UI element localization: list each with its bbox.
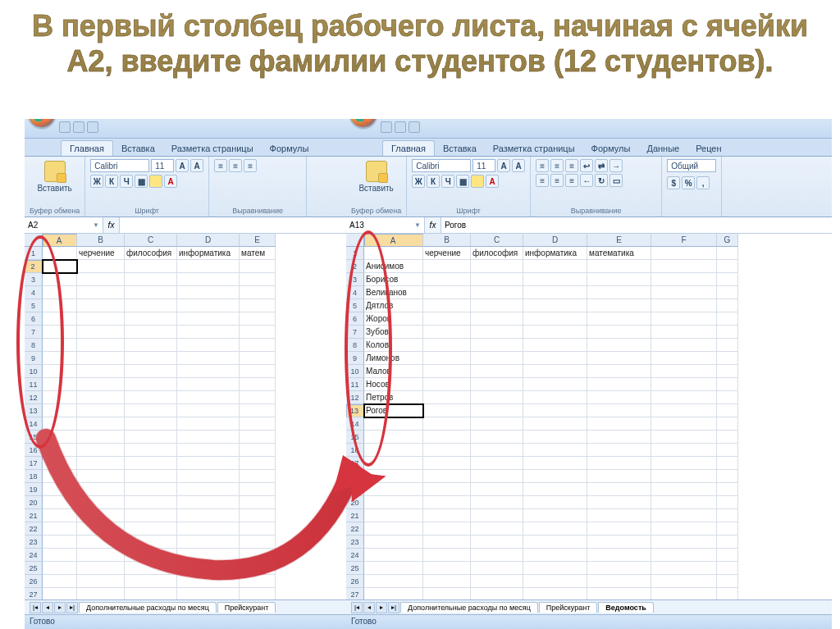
row-header[interactable]: 19 [346,483,364,496]
cell[interactable] [523,286,587,299]
orient-icon[interactable]: ↻ [595,174,608,187]
cell[interactable]: Анисимов [364,260,423,273]
cell[interactable] [125,312,177,326]
cell[interactable]: информатика [177,247,240,260]
cell[interactable] [77,378,125,391]
cell[interactable] [587,496,651,509]
cell[interactable] [717,549,738,562]
cell[interactable] [43,536,77,549]
cell[interactable] [717,575,738,588]
cell[interactable] [471,417,523,431]
cell[interactable] [471,339,523,352]
cell[interactable] [364,431,423,444]
cell[interactable] [651,273,717,286]
cell[interactable] [125,365,177,378]
underline-icon[interactable]: Ч [120,175,133,188]
align-icon[interactable]: ≡ [536,174,549,187]
name-box[interactable]: A2▼ [25,217,103,233]
cell[interactable] [587,391,651,404]
cell[interactable] [523,312,587,326]
cell[interactable] [423,536,471,549]
border-icon[interactable]: ▦ [135,175,148,188]
cell[interactable] [43,339,77,352]
cell[interactable] [717,339,738,352]
cell[interactable] [43,431,77,444]
cell[interactable] [77,457,125,470]
tab-review[interactable]: Рецен [687,141,729,156]
cell[interactable] [77,286,125,299]
cell[interactable] [471,588,523,599]
cell[interactable] [177,260,240,273]
cell[interactable] [717,247,738,260]
cell[interactable] [423,352,471,365]
cell[interactable] [471,509,523,522]
tab-last-icon[interactable]: ▸| [66,602,78,613]
cell[interactable] [423,483,471,496]
quick-access-toolbar[interactable] [59,121,98,133]
column-header[interactable]: B [423,234,471,247]
cell[interactable] [651,404,717,417]
font-color-icon[interactable]: A [486,175,499,188]
cell[interactable] [240,404,276,417]
row-header[interactable]: 21 [25,509,43,522]
cell[interactable] [77,404,125,417]
cell[interactable] [43,326,77,339]
cell[interactable] [240,496,276,509]
italic-icon[interactable]: К [427,175,440,188]
cell[interactable] [717,536,738,549]
align-icon[interactable]: ≡ [536,159,549,172]
cell[interactable] [125,352,177,365]
cell[interactable] [364,444,423,457]
cell[interactable] [423,588,471,599]
cell[interactable] [240,365,276,378]
cell[interactable] [125,470,177,483]
column-header[interactable]: G [717,234,738,247]
row-header[interactable]: 12 [346,391,364,404]
cell[interactable] [177,483,240,496]
cell[interactable] [587,444,651,457]
cell[interactable] [177,365,240,378]
cell[interactable] [423,273,471,286]
cell[interactable]: Зубов [364,326,423,339]
cell[interactable] [587,470,651,483]
indent-icon[interactable]: → [609,159,623,172]
cell[interactable]: Дятлов [364,299,423,312]
cell[interactable] [471,536,523,549]
cell[interactable] [43,509,77,522]
cell[interactable] [471,365,523,378]
cell[interactable] [587,431,651,444]
cell[interactable] [423,575,471,588]
cell[interactable] [471,575,523,588]
cell[interactable] [125,299,177,312]
cell[interactable] [240,483,276,496]
align-icon[interactable]: ≡ [565,159,578,172]
tab-first-icon[interactable]: |◂ [30,602,41,613]
row-header[interactable]: 25 [25,562,43,575]
cell[interactable] [717,417,738,431]
cell[interactable] [43,404,77,417]
cell[interactable] [77,509,125,522]
cell[interactable]: Рогов [364,404,423,417]
grow-font-icon[interactable]: A [497,159,510,172]
cell[interactable] [125,522,177,536]
worksheet[interactable]: ABCDEFG1черчениефилософияинформатикамате… [346,234,832,599]
cell[interactable] [364,457,423,470]
cell[interactable] [364,575,423,588]
cell[interactable] [125,509,177,522]
cell[interactable] [423,326,471,339]
cell[interactable] [587,588,651,599]
save-icon[interactable] [381,121,392,133]
cell[interactable] [523,483,587,496]
cell[interactable] [651,562,717,575]
row-header[interactable]: 24 [346,549,364,562]
cell[interactable] [651,444,717,457]
sheet-tab[interactable]: Дополнительные расходы по месяц [400,602,538,613]
cell[interactable] [177,588,240,599]
cell[interactable] [125,431,177,444]
cell[interactable] [364,562,423,575]
cell[interactable] [523,522,587,536]
cell[interactable] [717,404,738,417]
cell[interactable] [177,312,240,326]
cell[interactable] [651,457,717,470]
row-header[interactable]: 20 [25,496,43,509]
